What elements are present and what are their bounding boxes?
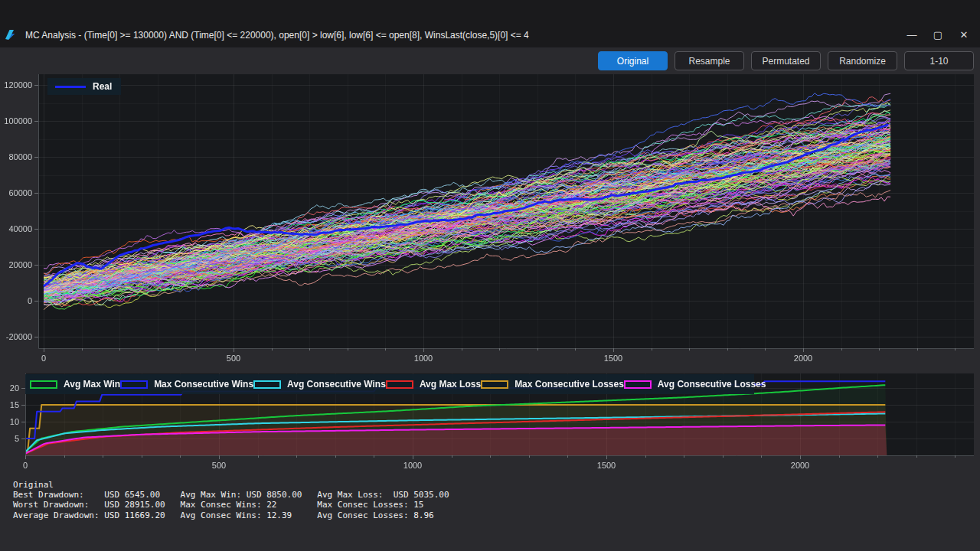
window-controls: — ▢ ✕ bbox=[899, 24, 977, 44]
max-consecutive-losses-swatch-icon bbox=[481, 380, 508, 389]
stats-line-drawdown-average: Average Drawdown: USD 11669.20 Avg Conse… bbox=[13, 510, 449, 520]
title-bar: MC Analysis - (Time[0] >= 130000) AND (T… bbox=[0, 0, 980, 47]
legend-item-avg-consecutive-losses[interactable]: Avg Consecutive Losses bbox=[624, 379, 766, 390]
mode-toolbar: Original Resample Permutated Randomize 1… bbox=[598, 51, 974, 70]
stats-line-drawdown-worst: Worst Drawdown: USD 28915.00 Max Consec … bbox=[13, 500, 449, 510]
stats-line-drawdown-best: Best Drawdown: USD 6545.00 Avg Max Win: … bbox=[13, 490, 449, 500]
original-button[interactable]: Original bbox=[598, 51, 668, 70]
stats-group-title: Original bbox=[13, 480, 449, 490]
real-line-legend[interactable]: Real bbox=[47, 78, 121, 95]
close-icon[interactable]: ✕ bbox=[951, 24, 977, 44]
resample-button[interactable]: Resample bbox=[675, 51, 744, 70]
real-line-legend-label: Real bbox=[93, 81, 112, 92]
mc-analysis-window: MC Analysis - (Time[0] >= 130000) AND (T… bbox=[0, 0, 980, 551]
avg-consecutive-wins-swatch-icon bbox=[253, 380, 281, 389]
avg-consecutive-losses-swatch-icon bbox=[624, 380, 652, 389]
legend-item-max-consecutive-wins[interactable]: Max Consecutive Wins bbox=[120, 379, 253, 390]
legend-item-avg-max-loss[interactable]: Avg Max Loss bbox=[386, 379, 481, 390]
streak-chart-legend: Avg Max Win Max Consecutive Wins Avg Con… bbox=[25, 374, 754, 394]
real-line-swatch-icon bbox=[55, 86, 86, 88]
max-consecutive-wins-swatch-icon bbox=[120, 380, 148, 389]
legend-item-avg-consecutive-wins[interactable]: Avg Consecutive Wins bbox=[253, 379, 386, 390]
title-bar-content: MC Analysis - (Time[0] >= 130000) AND (T… bbox=[5, 29, 529, 41]
avg-max-win-swatch-icon bbox=[30, 380, 57, 389]
range-1-10-button[interactable]: 1-10 bbox=[904, 51, 974, 70]
legend-item-max-consecutive-losses[interactable]: Max Consecutive Losses bbox=[481, 379, 624, 390]
permutated-button[interactable]: Permutated bbox=[751, 51, 821, 70]
equity-curves-chart[interactable] bbox=[0, 73, 980, 367]
maximize-icon[interactable]: ▢ bbox=[925, 24, 951, 44]
minimize-icon[interactable]: — bbox=[899, 24, 925, 44]
randomize-button[interactable]: Randomize bbox=[828, 51, 897, 70]
avg-max-loss-swatch-icon bbox=[386, 380, 413, 389]
legend-item-avg-max-win[interactable]: Avg Max Win bbox=[30, 379, 120, 390]
statistics-block: Original Best Drawdown: USD 6545.00 Avg … bbox=[13, 480, 449, 520]
window-title: MC Analysis - (Time[0] >= 130000) AND (T… bbox=[25, 30, 529, 41]
app-logo-icon bbox=[5, 29, 18, 41]
